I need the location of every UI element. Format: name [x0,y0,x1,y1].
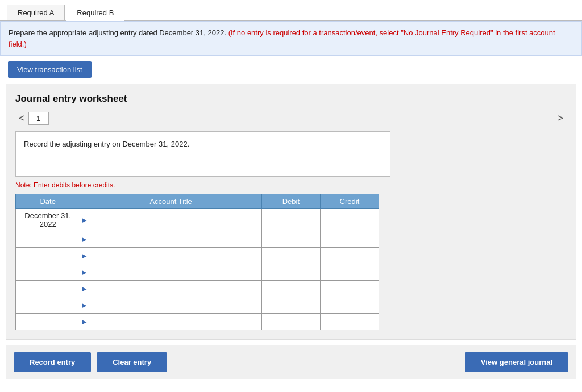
prev-page-button[interactable]: < [15,111,28,126]
debit-input-6[interactable] [262,297,320,313]
description-text: Record the adjusting entry on December 3… [24,140,189,148]
credit-cell-5[interactable] [320,281,379,297]
date-cell-1: December 31,2022 [16,209,80,231]
credit-cell-2[interactable] [320,231,379,248]
col-header-debit: Debit [261,194,320,209]
tab-required-a[interactable]: Required A [7,5,65,20]
arrow-icon-5: ▶ [80,285,88,293]
account-cell-7[interactable]: ▶ [80,314,262,330]
account-input-3[interactable] [88,248,261,264]
arrow-icon-2: ▶ [80,236,88,243]
account-cell-1[interactable]: ▶ [80,209,262,231]
instruction-bar: Prepare the appropriate adjusting entry … [0,21,582,56]
next-page-button[interactable]: > [554,111,567,126]
debit-input-7[interactable] [262,314,320,330]
table-row: ▶ [16,231,379,248]
arrow-icon-7: ▶ [80,318,88,326]
account-cell-6[interactable]: ▶ [80,297,262,314]
credit-cell-3[interactable] [320,248,379,264]
account-cell-5[interactable]: ▶ [80,281,262,297]
account-cell-4[interactable]: ▶ [80,264,262,281]
account-input-1[interactable] [88,212,261,228]
view-transaction-list-button[interactable]: View transaction list [8,61,92,78]
col-header-account: Account Title [80,194,262,209]
debit-cell-4[interactable] [261,264,320,281]
record-entry-button[interactable]: Record entry [14,352,91,372]
credit-cell-4[interactable] [320,264,379,281]
tabs-container: Required A Required B [0,0,582,21]
credit-input-4[interactable] [321,264,379,280]
credit-input-5[interactable] [321,281,379,297]
instruction-main-text: Prepare the appropriate adjusting entry … [9,28,226,37]
arrow-icon-4: ▶ [80,269,88,276]
debit-input-4[interactable] [262,264,320,280]
date-cell-7 [16,314,80,330]
account-cell-3[interactable]: ▶ [80,248,262,264]
journal-table: Date Account Title Debit Credit December… [15,194,379,330]
table-row: ▶ [16,248,379,264]
arrow-icon-6: ▶ [80,302,88,309]
clear-entry-button[interactable]: Clear entry [97,352,167,372]
table-row: ▶ [16,264,379,281]
table-row: ▶ [16,314,379,330]
credit-cell-7[interactable] [320,314,379,330]
credit-input-1[interactable] [321,212,379,228]
date-cell-3 [16,248,80,264]
debit-input-3[interactable] [262,248,320,264]
account-input-4[interactable] [88,264,261,280]
table-row: ▶ [16,281,379,297]
credit-input-7[interactable] [321,314,379,330]
date-cell-5 [16,281,80,297]
description-box: Record the adjusting entry on December 3… [15,131,390,177]
note-text: Note: Enter debits before credits. [15,181,567,189]
debit-input-1[interactable] [262,212,320,228]
date-cell-4 [16,264,80,281]
credit-input-2[interactable] [321,231,379,247]
spacer [173,352,459,372]
table-row: ▶ [16,297,379,314]
bottom-buttons: Record entry Clear entry View general jo… [6,345,576,379]
worksheet-container: Journal entry worksheet < 1 > Record the… [6,84,576,340]
date-cell-6 [16,297,80,314]
view-general-journal-button[interactable]: View general journal [465,352,568,372]
debit-input-2[interactable] [262,231,320,247]
debit-cell-7[interactable] [261,314,320,330]
nav-row: < 1 > [15,111,567,126]
account-input-6[interactable] [88,297,261,313]
credit-cell-6[interactable] [320,297,379,314]
tab-required-b[interactable]: Required B [66,5,124,21]
arrow-icon-1: ▶ [80,216,88,224]
account-input-2[interactable] [88,231,261,247]
table-row: December 31,2022 ▶ [16,209,379,231]
debit-cell-2[interactable] [261,231,320,248]
account-cell-2[interactable]: ▶ [80,231,262,248]
debit-cell-1[interactable] [261,209,320,231]
col-header-credit: Credit [320,194,379,209]
debit-input-5[interactable] [262,281,320,297]
account-input-5[interactable] [88,281,261,297]
credit-input-3[interactable] [321,248,379,264]
page-number: 1 [28,112,49,125]
credit-cell-1[interactable] [320,209,379,231]
toolbar: View transaction list [0,56,582,84]
debit-cell-3[interactable] [261,248,320,264]
worksheet-title: Journal entry worksheet [15,93,567,105]
col-header-date: Date [16,194,80,209]
debit-cell-5[interactable] [261,281,320,297]
credit-input-6[interactable] [321,297,379,313]
debit-cell-6[interactable] [261,297,320,314]
account-input-7[interactable] [88,314,261,330]
arrow-icon-3: ▶ [80,252,88,260]
date-cell-2 [16,231,80,248]
